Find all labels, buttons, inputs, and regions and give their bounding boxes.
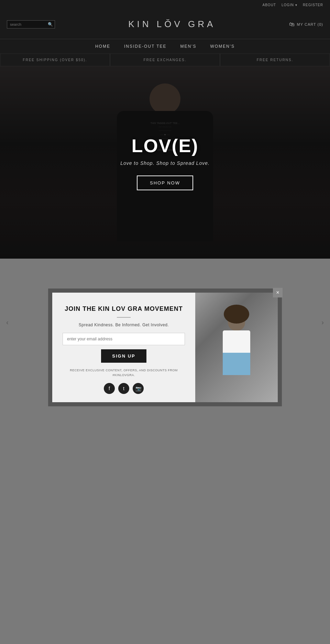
nav-womens[interactable]: WOMEN'S [210, 44, 235, 49]
modal-container: × JOIN THE KIN LOV GRA MOVEMENT Spread K… [48, 289, 282, 406]
top-bar: About Login ▾ Register [0, 0, 330, 10]
search-box[interactable]: 🔍 [7, 20, 55, 29]
modal-photo [195, 293, 278, 402]
modal-instagram-button[interactable]: 📷 [133, 383, 144, 394]
modal-email-input[interactable] [63, 333, 185, 345]
modal-divider [117, 317, 131, 318]
modal-overlay: × JOIN THE KIN LOV GRA MOVEMENT Spread K… [0, 289, 330, 406]
modal-close-button[interactable]: × [273, 288, 283, 297]
instagram-icon: 📷 [135, 386, 141, 391]
login-link[interactable]: Login ▾ [282, 3, 297, 7]
promo-returns: FREE RETURNS. [220, 54, 330, 66]
main-nav: HOME INSIDE-OUT TEE MEN'S WOMEN'S [0, 39, 330, 54]
modal-subtext: Spread Kindness. Be Informed. Get Involv… [79, 323, 169, 327]
nav-home[interactable]: HOME [95, 44, 110, 49]
hero-section: THIS "INSIDE-OUT" TEE... ···············… [0, 66, 330, 259]
hero-subtitle: Love to Shop. Shop to Spread Love. [120, 160, 210, 166]
hero-content: LOV(E) Love to Shop. Shop to Spread Love… [120, 135, 210, 190]
promo-exchanges: FREE EXCHANGES. [110, 54, 220, 66]
woman-image [209, 310, 264, 385]
modal-disclaimer: RECEIVE EXCLUSIVE CONTENT, OFFERS, AND D… [63, 368, 185, 377]
facebook-icon: f [109, 386, 110, 391]
modal-twitter-button[interactable]: t [118, 383, 129, 394]
nav-mens[interactable]: MEN'S [180, 44, 196, 49]
header: 🔍 KIN LŎV GRA 🛍 MY CART (0) [0, 10, 330, 39]
cart-button[interactable]: 🛍 MY CART (0) [289, 21, 323, 27]
site-logo[interactable]: KIN LŎV GRA [55, 19, 289, 30]
modal-inner: JOIN THE KIN LOV GRA MOVEMENT Spread Kin… [52, 293, 278, 402]
cart-icon: 🛍 [289, 21, 295, 27]
woman-body [223, 330, 250, 375]
woman-hair [224, 305, 249, 324]
hero-title: LOV(E) [120, 135, 210, 156]
twitter-icon: t [123, 386, 124, 391]
modal-social-links: f t 📷 [104, 383, 144, 394]
woman-head [228, 310, 245, 330]
register-link[interactable]: Register [303, 3, 323, 7]
modal-signup-button[interactable]: SIGN UP [101, 349, 146, 363]
modal-left-panel: JOIN THE KIN LOV GRA MOVEMENT Spread Kin… [52, 293, 195, 402]
nav-inside-out-tee[interactable]: INSIDE-OUT TEE [124, 44, 167, 49]
search-icon: 🔍 [48, 22, 53, 27]
modal-facebook-button[interactable]: f [104, 383, 115, 394]
shop-now-button[interactable]: SHOP NOW [137, 176, 193, 190]
modal-right-panel [195, 293, 278, 402]
modal-heading: JOIN THE KIN LOV GRA MOVEMENT [65, 305, 183, 313]
about-link[interactable]: About [263, 3, 276, 7]
promo-bar: FREE SHIPPING (OVER $50). FREE EXCHANGES… [0, 54, 330, 66]
promo-shipping: FREE SHIPPING (OVER $50). [0, 54, 110, 66]
search-input[interactable] [10, 22, 48, 26]
